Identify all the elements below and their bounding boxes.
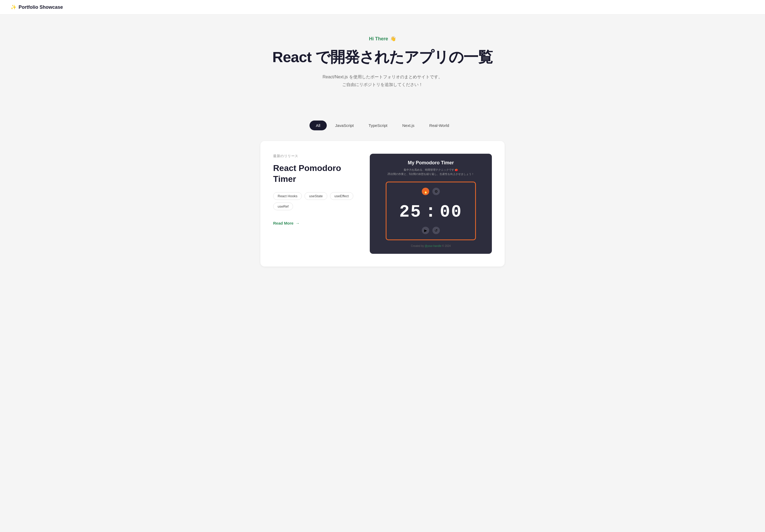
timer-fire-button[interactable]: 🔥 bbox=[422, 188, 429, 195]
greeting-emoji: 👋 bbox=[390, 36, 396, 42]
greeting-text: Hi There bbox=[369, 36, 388, 42]
logo-text: Portfolio Showcase bbox=[19, 5, 63, 10]
project-card: 最新のリリース React Pomodoro Timer React Hooks… bbox=[261, 141, 504, 266]
tag-usestate: useState bbox=[305, 192, 327, 200]
tag-useeffect: useEffect bbox=[330, 192, 353, 200]
timer-play-button[interactable]: ▶ bbox=[422, 227, 429, 234]
hero-desc-line1: React/Next.js を使用したポートフォリオのまとめサイトです。 bbox=[11, 73, 754, 81]
hero-section: Hi There 👋 React で開発されたアプリの一覧 React/Next… bbox=[0, 15, 765, 121]
site-header: ✨ Portfolio Showcase bbox=[0, 0, 765, 15]
preview-subtitle: 集中力を高める、時間管理テクニックです 🍅 25分間の作業と、5分間の休憩を繰り… bbox=[376, 168, 485, 176]
hero-title: React で開発されたアプリの一覧 bbox=[11, 48, 754, 66]
timer-wrapper: 🔥 ⚙ 25：00 ▶ ↺ bbox=[386, 182, 476, 240]
preview-footer-year: © 2024 bbox=[442, 245, 451, 248]
logo: ✨ Portfolio Showcase bbox=[11, 4, 63, 10]
project-title: React Pomodoro Timer bbox=[273, 163, 354, 185]
project-info: 最新のリリース React Pomodoro Timer React Hooks… bbox=[273, 154, 354, 226]
preview-footer: Created by @your-handle © 2024 bbox=[376, 245, 485, 248]
hero-description: React/Next.js を使用したポートフォリオのまとめサイトです。 ご自由… bbox=[11, 73, 754, 89]
hero-greeting: Hi There 👋 bbox=[11, 36, 754, 42]
tab-javascript[interactable]: JavaScript bbox=[329, 121, 360, 130]
tab-all[interactable]: All bbox=[310, 121, 327, 130]
logo-icon: ✨ bbox=[11, 4, 16, 10]
project-label: 最新のリリース bbox=[273, 154, 354, 159]
filter-tabs: All JavaScript TypeScript Next.js Real-W… bbox=[0, 121, 765, 130]
project-tags: React Hooks useState useEffect useRef bbox=[273, 192, 354, 210]
project-preview: My Pomodoro Timer 集中力を高める、時間管理テクニックです 🍅 … bbox=[370, 154, 492, 254]
timer-controls-bottom: ▶ ↺ bbox=[393, 227, 469, 234]
tag-react-hooks: React Hooks bbox=[273, 192, 302, 200]
main-content: 最新のリリース React Pomodoro Timer React Hooks… bbox=[250, 141, 515, 288]
timer-reset-button[interactable]: ↺ bbox=[432, 227, 440, 234]
hero-desc-line2: ご自由にリポジトリを追加してください！ bbox=[11, 81, 754, 89]
timer-display: 25：00 bbox=[393, 199, 469, 223]
read-more-link[interactable]: Read More → bbox=[273, 221, 300, 226]
preview-subtitle-line1: 集中力を高める、時間管理テクニックです 🍅 bbox=[376, 168, 485, 172]
preview-footer-text: Created by bbox=[411, 245, 424, 248]
tab-typescript[interactable]: TypeScript bbox=[362, 121, 394, 130]
timer-controls-top: 🔥 ⚙ bbox=[393, 188, 469, 195]
tab-nextjs[interactable]: Next.js bbox=[396, 121, 421, 130]
preview-title: My Pomodoro Timer bbox=[376, 160, 485, 166]
preview-container: My Pomodoro Timer 集中力を高める、時間管理テクニックです 🍅 … bbox=[370, 154, 492, 254]
preview-footer-handle[interactable]: @your-handle bbox=[425, 245, 441, 248]
tag-useref: useRef bbox=[273, 203, 293, 210]
preview-subtitle-line2: 25分間の作業と、5分間の休憩を繰り返し、生産性を向上させましょう！ bbox=[376, 172, 485, 176]
read-more-text: Read More bbox=[273, 221, 294, 226]
read-more-arrow: → bbox=[296, 221, 300, 226]
timer-secondary-button[interactable]: ⚙ bbox=[432, 188, 440, 195]
tab-realworld[interactable]: Real-World bbox=[423, 121, 455, 130]
